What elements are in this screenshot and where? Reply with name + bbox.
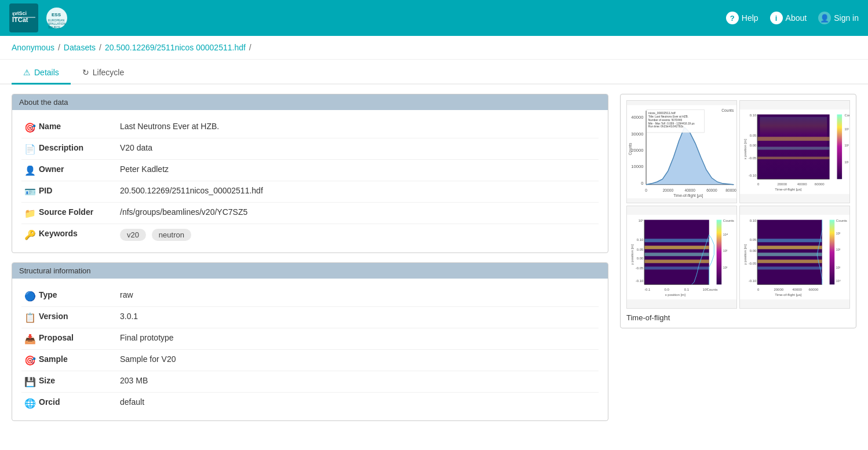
svg-text:40000: 40000 (797, 182, 807, 186)
svg-text:20000: 20000 (774, 288, 783, 291)
header-nav: ? Help i About 👤 Sign in (726, 12, 859, 24)
about-data-header: About the data (12, 94, 608, 110)
svg-rect-84 (757, 239, 822, 242)
svg-text:Counts: Counts (721, 108, 734, 112)
svg-rect-88 (757, 266, 822, 269)
svg-text:0.00: 0.00 (750, 249, 757, 253)
svg-rect-60 (644, 259, 709, 263)
sep-2: / (99, 43, 101, 52)
structural-info-header: Structural information (12, 263, 608, 279)
svg-text:10000: 10000 (631, 164, 643, 169)
chart-tl: 0 10000 20000 30000 40000 0 20000 40000 … (627, 101, 736, 203)
desc-value: V20 data (120, 143, 599, 152)
field-pid: 🪪 PID 20.500.12269/2511nicos_00002511.hd… (21, 181, 599, 203)
field-sample: 🎯 Sample Sample for V20 (21, 350, 599, 371)
svg-rect-59 (644, 253, 709, 256)
sample-label: Sample (39, 354, 120, 364)
breadcrumb-datasets[interactable]: Datasets (64, 43, 96, 52)
svg-text:Run time: 0h23m43.642792s: Run time: 0h23m43.642792s (648, 125, 684, 128)
svg-text:-0.1: -0.1 (644, 288, 651, 291)
svg-text:20000: 20000 (663, 188, 674, 192)
svg-text:40000: 40000 (684, 188, 695, 192)
type-icon: 🔵 (21, 291, 39, 302)
size-label: Size (39, 376, 120, 385)
tab-lifecycle[interactable]: ↻ Lifecycle (71, 62, 136, 85)
svg-text:Title: Last Neutrons Ever at H: Title: Last Neutrons Ever at HZB. (648, 115, 688, 118)
svg-text:20000: 20000 (631, 148, 643, 153)
header-logos: ᶊνISci ITCat ESS EUROPEAN SPALLATION SOU… (9, 3, 83, 32)
tab-details[interactable]: ⚠ Details (12, 62, 71, 85)
svg-text:30000: 30000 (631, 131, 643, 137)
about-label: About (786, 13, 807, 23)
svg-text:0.10: 0.10 (750, 219, 757, 222)
viz-caption: Time-of-flight (626, 309, 850, 322)
viz-grid: 0 10000 20000 30000 40000 0 20000 40000 … (626, 100, 850, 309)
signin-button[interactable]: 👤 Sign in (818, 12, 859, 24)
svg-text:0: 0 (641, 181, 643, 186)
svg-text:nicos_00002511.hdf: nicos_00002511.hdf (648, 111, 676, 115)
svg-text:0.00: 0.00 (750, 144, 757, 147)
svg-rect-39 (837, 115, 843, 180)
field-proposal: 📥 Proposal Final prototype (21, 328, 599, 350)
field-version: 📋 Version 3.0.1 (21, 307, 599, 328)
svg-text:60000: 60000 (815, 182, 825, 186)
viz-cell-bl: Counts 10⁴ 10³ 10² 10¹ 0.10 0.05 0.00 -0… (626, 206, 737, 309)
svg-text:10⁰: 10⁰ (836, 279, 841, 283)
svg-text:10¹: 10¹ (836, 266, 841, 269)
about-button[interactable]: i About (770, 12, 807, 24)
about-icon: i (770, 12, 783, 24)
proposal-value: Final prototype (120, 333, 599, 342)
chart-tr: Counts 10³ 10² 10¹ 0.10 0.05 0.00 -0.05 … (740, 101, 849, 203)
keyword-neutron: neutron (152, 229, 191, 241)
user-icon: 👤 (818, 12, 831, 24)
orcid-label: Orcid (39, 397, 120, 407)
svg-text:Min - Max ToF: 0.009 - 1294416: Min - Max ToF: 0.009 - 1294416.19 µs (648, 122, 695, 125)
owner-icon: 👤 (21, 165, 39, 176)
svg-text:10¹: 10¹ (844, 160, 849, 164)
svg-text:0.0: 0.0 (664, 288, 669, 291)
breadcrumb-anonymous[interactable]: Anonymous (12, 43, 54, 52)
breadcrumb-current: 20.500.12269/2511nicos 00002511.hdf (105, 43, 246, 52)
lifecycle-icon: ↻ (82, 68, 89, 77)
sample-icon: 🎯 (21, 355, 39, 366)
tab-details-label: Details (34, 68, 59, 77)
svg-text:Number of events: 5070446: Number of events: 5070446 (648, 119, 683, 122)
svg-text:Time-of-flight [µs]: Time-of-flight [µs] (673, 193, 703, 198)
svg-rect-62 (717, 220, 722, 285)
proposal-label: Proposal (39, 333, 120, 342)
keyword-v20: v20 (120, 229, 146, 241)
svg-text:-0.05: -0.05 (749, 156, 757, 160)
svg-text:10³: 10³ (836, 232, 841, 235)
owner-label: Owner (39, 164, 120, 174)
svg-rect-57 (644, 239, 709, 242)
about-data-title: About the data (19, 98, 68, 107)
keywords-label: Keywords (39, 229, 120, 238)
type-label: Type (39, 290, 120, 299)
svg-text:Counts: Counts (706, 288, 717, 291)
svg-rect-83 (757, 220, 822, 285)
svg-rect-58 (644, 246, 709, 249)
svg-text:y position [m]: y position [m] (743, 244, 747, 265)
svg-text:x position [m]: x position [m] (665, 293, 686, 297)
orcid-icon: 🌐 (21, 398, 39, 409)
viz-cell-tr: Counts 10³ 10² 10¹ 0.10 0.05 0.00 -0.05 … (739, 100, 850, 203)
svg-text:y position [m]: y position [m] (630, 244, 634, 265)
version-label: Version (39, 312, 120, 321)
svg-text:40000: 40000 (792, 288, 802, 291)
structural-info-title: Structural information (19, 266, 91, 275)
svg-text:Counts: Counts (723, 219, 734, 222)
svg-text:0.10: 0.10 (637, 238, 644, 242)
keywords-icon: 🔑 (21, 229, 39, 240)
svg-text:80000: 80000 (725, 188, 736, 192)
svg-text:60000: 60000 (809, 288, 819, 291)
svg-text:10²: 10² (836, 248, 841, 251)
structural-info-section: Structural information 🔵 Type raw 📋 Vers… (12, 262, 608, 421)
app-header: ᶊνISci ITCat ESS EUROPEAN SPALLATION SOU… (0, 0, 868, 36)
help-button[interactable]: ? Help (726, 12, 758, 24)
field-type: 🔵 Type raw (21, 286, 599, 307)
owner-value: Peter Kadletz (120, 164, 599, 174)
breadcrumb: Anonymous / Datasets / 20.500.12269/2511… (0, 36, 868, 60)
right-panel: 0 10000 20000 30000 40000 0 20000 40000 … (620, 94, 856, 430)
svg-text:ESS: ESS (52, 12, 61, 17)
tab-lifecycle-label: Lifecycle (93, 68, 124, 77)
